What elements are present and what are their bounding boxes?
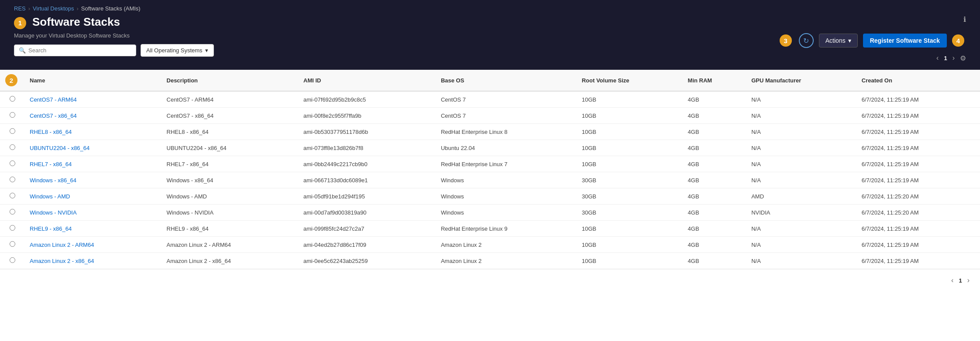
row-radio-cell[interactable] [0,124,24,140]
table-row: CentOS7 - x86_64 CentOS7 - x86_64 ami-00… [0,108,980,124]
row-radio-5[interactable] [10,177,15,182]
callout-badge-2: 2 [5,74,17,86]
row-radio-cell[interactable] [0,172,24,188]
row-name-link-6[interactable]: Windows - AMD [30,193,70,200]
search-input[interactable] [28,47,131,54]
actions-label: Actions [825,37,846,44]
row-name-link-9[interactable]: Amazon Linux 2 - ARM64 [30,242,94,248]
row-base-os-9: Amazon Linux 2 [436,237,577,253]
row-description-6: Windows - AMD [162,188,299,205]
table-header-row: 2 Name Description AMI ID Base OS Root V… [0,70,980,91]
os-filter-button[interactable]: All Operating Systems ▾ [141,44,214,57]
row-min-ram-1: 4GB [683,108,746,124]
row-radio-3[interactable] [10,144,15,150]
row-name-link-5[interactable]: Windows - x86_64 [30,177,76,184]
row-base-os-5: Windows [436,172,577,188]
callout-badge-4: 4 [952,34,964,47]
row-created-3: 6/7/2024, 11:25:19 AM [856,140,980,156]
row-gpu-5: N/A [746,172,856,188]
table-row: Windows - NVIDIA Windows - NVIDIA ami-00… [0,205,980,221]
row-radio-cell[interactable] [0,108,24,124]
row-radio-8[interactable] [10,225,15,231]
next-page-button-top[interactable]: › [951,53,956,63]
row-root-volume-9: 10GB [577,237,683,253]
row-name-link-10[interactable]: Amazon Linux 2 - x86_64 [30,258,94,264]
row-radio-10[interactable] [10,257,15,263]
row-name-link-1[interactable]: CentOS7 - x86_64 [30,113,77,119]
row-radio-cell[interactable] [0,156,24,172]
col-root-volume: Root Volume Size [577,70,683,91]
row-name-7: Windows - NVIDIA [24,205,162,221]
register-software-stack-button[interactable]: Register Software Stack [863,34,947,48]
row-description-7: Windows - NVIDIA [162,205,299,221]
prev-page-button-top[interactable]: ‹ [935,53,940,63]
row-name-link-3[interactable]: UBUNTU2204 - x86_64 [30,145,89,151]
next-page-button-bottom[interactable]: › [966,276,971,285]
table-row: Windows - AMD Windows - AMD ami-05df91be… [0,188,980,205]
row-gpu-3: N/A [746,140,856,156]
row-base-os-6: Windows [436,188,577,205]
table-row: RHEL8 - x86_64 RHEL8 - x86_64 ami-0b5303… [0,124,980,140]
row-radio-cell[interactable] [0,221,24,237]
row-radio-7[interactable] [10,209,15,215]
row-radio-9[interactable] [10,241,15,247]
actions-button[interactable]: Actions ▾ [819,34,858,48]
row-created-8: 6/7/2024, 11:25:19 AM [856,221,980,237]
row-radio-cell[interactable] [0,205,24,221]
row-description-3: UBUNTU2204 - x86_64 [162,140,299,156]
col-gpu: GPU Manufacturer [746,70,856,91]
row-radio-cell[interactable] [0,91,24,108]
row-name-link-4[interactable]: RHEL7 - x86_64 [30,161,72,167]
row-name-link-7[interactable]: Windows - NVIDIA [30,209,77,216]
row-radio-2[interactable] [10,128,15,134]
row-description-1: CentOS7 - x86_64 [162,108,299,124]
row-ami-id-9: ami-04ed2b27d86c17f09 [298,237,436,253]
row-root-volume-1: 10GB [577,108,683,124]
row-gpu-2: N/A [746,124,856,140]
breadcrumb-sep-1: › [28,5,30,12]
breadcrumb-res[interactable]: RES [14,5,26,12]
row-radio-0[interactable] [10,96,15,102]
row-ami-id-8: ami-099f85fc24d27c2a7 [298,221,436,237]
row-min-ram-2: 4GB [683,124,746,140]
row-base-os-8: RedHat Enterprise Linux 9 [436,221,577,237]
row-radio-6[interactable] [10,193,15,198]
actions-chevron-icon: ▾ [848,37,851,44]
row-name-1: CentOS7 - x86_64 [24,108,162,124]
row-radio-cell[interactable] [0,253,24,269]
refresh-button[interactable]: ↻ [799,33,814,48]
row-min-ram-8: 4GB [683,221,746,237]
row-name-link-8[interactable]: RHEL9 - x86_64 [30,225,72,232]
row-created-1: 6/7/2024, 11:25:19 AM [856,108,980,124]
row-root-volume-4: 10GB [577,156,683,172]
row-name-link-2[interactable]: RHEL8 - x86_64 [30,129,72,135]
page-number-top: 1 [944,55,947,61]
col-min-ram: Min RAM [683,70,746,91]
prev-page-button-bottom[interactable]: ‹ [949,276,955,285]
table-settings-icon[interactable]: ⚙ [960,54,966,62]
row-radio-1[interactable] [10,112,15,118]
page-number-bottom: 1 [959,277,962,284]
row-name-3: UBUNTU2204 - x86_64 [24,140,162,156]
os-filter-label: All Operating Systems [146,47,203,54]
software-stacks-table-container: 2 Name Description AMI ID Base OS Root V… [0,70,980,269]
row-root-volume-3: 10GB [577,140,683,156]
row-base-os-4: RedHat Enterprise Linux 7 [436,156,577,172]
breadcrumb-virtual-desktops[interactable]: Virtual Desktops [33,5,74,12]
row-name-6: Windows - AMD [24,188,162,205]
search-icon: 🔍 [19,47,26,54]
row-name-0: CentOS7 - ARM64 [24,91,162,108]
row-ami-id-3: ami-073ff8e13d826b7f8 [298,140,436,156]
table-row: RHEL7 - x86_64 RHEL7 - x86_64 ami-0bb244… [0,156,980,172]
row-gpu-7: NVIDIA [746,205,856,221]
row-name-link-0[interactable]: CentOS7 - ARM64 [30,96,77,103]
row-radio-cell[interactable] [0,140,24,156]
row-radio-4[interactable] [10,160,15,166]
row-description-8: RHEL9 - x86_64 [162,221,299,237]
row-radio-cell[interactable] [0,237,24,253]
row-created-7: 6/7/2024, 11:25:20 AM [856,205,980,221]
row-radio-cell[interactable] [0,188,24,205]
row-ami-id-6: ami-05df91be1d294f195 [298,188,436,205]
col-description: Description [162,70,299,91]
row-ami-id-5: ami-0667133d0dc6089e1 [298,172,436,188]
